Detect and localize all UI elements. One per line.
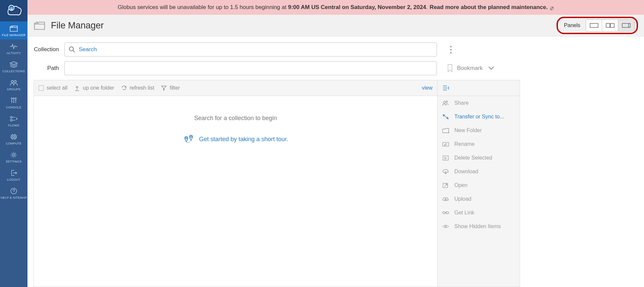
sidebar-label: ACTIVITY — [7, 52, 21, 55]
banner-post: . — [426, 4, 428, 10]
share-icon — [442, 100, 450, 106]
sidebar-item-flows[interactable]: FLOWS — [0, 112, 27, 130]
sidebar-item-help[interactable]: HELP & SITEMAP — [0, 184, 27, 202]
upload-icon — [442, 196, 450, 202]
svg-point-22 — [190, 136, 192, 138]
path-row: Path Bookmark — [27, 61, 644, 75]
svg-point-24 — [446, 101, 448, 102]
content-row: Search for a collection to begin Get sta… — [27, 96, 644, 287]
svg-point-6 — [15, 98, 16, 99]
refresh-label: refresh list — [130, 85, 154, 91]
side-actions-header[interactable] — [438, 80, 520, 96]
people-icon — [9, 79, 18, 86]
action-open[interactable]: Open — [438, 178, 520, 192]
sidebar-item-groups[interactable]: GROUPS — [0, 76, 27, 94]
sidebar-label: COLLECTIONS — [3, 70, 25, 73]
funnel-icon — [161, 85, 167, 91]
panel-right-button[interactable] — [618, 20, 634, 31]
action-upload[interactable]: Upload — [438, 192, 520, 206]
sidebar-label: FLOWS — [8, 124, 19, 127]
banner-bold: 9:00 AM US Central on Saturday, November… — [288, 4, 426, 10]
sidebar-label: GROUPS — [7, 88, 21, 91]
link-icon — [442, 209, 450, 216]
svg-point-31 — [445, 225, 447, 227]
action-label: Open — [454, 182, 467, 188]
sidebar-item-activity[interactable]: ACTIVITY — [0, 39, 27, 58]
action-delete[interactable]: Delete Selected — [438, 151, 520, 165]
action-get-link[interactable]: Get Link — [438, 206, 520, 219]
banner-text: Globus services will be unavailable for … — [118, 4, 428, 11]
open-icon — [442, 182, 450, 189]
panels-annotation: Panels — [557, 17, 638, 34]
empty-state-text: Search for a collection to begin — [194, 115, 277, 122]
chip-icon — [9, 133, 18, 140]
svg-rect-10 — [13, 136, 15, 137]
collapse-panel-icon — [442, 85, 450, 91]
svg-rect-14 — [606, 23, 610, 27]
new-folder-icon — [442, 127, 450, 134]
svg-point-23 — [443, 101, 445, 103]
select-all-button[interactable]: select all — [39, 85, 67, 91]
path-input[interactable] — [69, 65, 433, 72]
svg-line-19 — [73, 51, 75, 52]
action-share[interactable]: Share — [438, 96, 520, 110]
globus-logo-icon: g — [5, 4, 22, 18]
svg-point-5 — [13, 98, 14, 99]
select-all-label: select all — [47, 85, 67, 91]
toolbar-row: select all up one folder refresh list fi… — [27, 80, 644, 96]
sidebar-item-collections[interactable]: COLLECTIONS — [0, 58, 27, 76]
bookmark-icon — [447, 64, 453, 73]
folder-icon — [9, 25, 18, 32]
sidebar-item-logout[interactable]: LOGOUT — [0, 166, 27, 184]
page-header: File Manager Panels — [27, 15, 644, 36]
action-show-hidden[interactable]: Show Hidden Items — [438, 219, 520, 233]
banner-readmore-link[interactable]: Read more about the planned maintenance. — [430, 4, 548, 11]
action-transfer[interactable]: Transfer or Sync to... — [438, 110, 520, 123]
external-link-icon — [550, 5, 554, 9]
panel-split-button[interactable] — [602, 20, 618, 31]
sidebar-label: LOGOUT — [7, 178, 20, 181]
sidebar-item-compute[interactable]: COMPUTE — [0, 130, 27, 148]
bookmark-button[interactable]: Bookmark — [447, 64, 494, 73]
stack-icon — [9, 61, 18, 68]
sidebar-item-file-manager[interactable]: FILE MANAGER — [0, 21, 27, 39]
body: Collection Path Bookmark — [27, 36, 644, 287]
action-label: Show Hidden Items — [454, 223, 501, 229]
up-one-folder-button[interactable]: up one folder — [74, 85, 114, 91]
svg-text:g: g — [10, 6, 13, 10]
panel-single-button[interactable] — [586, 20, 602, 31]
action-download[interactable]: Download — [438, 165, 520, 178]
filter-button[interactable]: filter — [161, 85, 180, 91]
refresh-icon — [121, 85, 127, 91]
more-options-button[interactable] — [447, 42, 454, 57]
svg-point-3 — [14, 81, 16, 83]
action-rename[interactable]: Rename — [438, 137, 520, 151]
take-tour-link[interactable]: Get started by taking a short tour. — [183, 134, 288, 145]
action-label: Transfer or Sync to... — [454, 114, 504, 120]
refresh-button[interactable]: refresh list — [121, 85, 154, 91]
app-logo[interactable]: g — [0, 0, 27, 21]
svg-point-11 — [13, 154, 15, 156]
sidebar: g FILE MANAGER ACTIVITY COLLECTIONS GROU… — [0, 0, 27, 287]
pulse-icon — [9, 43, 18, 50]
eye-icon — [442, 223, 450, 230]
path-box[interactable] — [64, 61, 437, 75]
sliders-icon — [9, 97, 18, 104]
maintenance-banner: Globus services will be unavailable for … — [27, 0, 644, 15]
collection-search-input[interactable] — [79, 46, 433, 53]
svg-point-8 — [10, 119, 12, 121]
collection-search-box[interactable] — [64, 42, 437, 57]
action-new-folder[interactable]: New Folder — [438, 123, 520, 137]
svg-point-18 — [69, 47, 73, 51]
sidebar-label: SETTINGS — [6, 160, 21, 163]
view-options-button[interactable]: view — [419, 85, 433, 91]
sidebar-item-settings[interactable]: SETTINGS — [0, 148, 27, 166]
bookmark-label: Bookmark — [457, 65, 483, 72]
action-label: New Folder — [454, 127, 482, 133]
search-icon — [69, 46, 75, 53]
action-label: Get Link — [454, 210, 474, 216]
side-actions-panel: Share Transfer or Sync to... New Folder … — [438, 96, 520, 287]
svg-rect-13 — [590, 23, 598, 27]
action-label: Delete Selected — [454, 155, 492, 161]
sidebar-item-console[interactable]: CONSOLE — [0, 94, 27, 112]
